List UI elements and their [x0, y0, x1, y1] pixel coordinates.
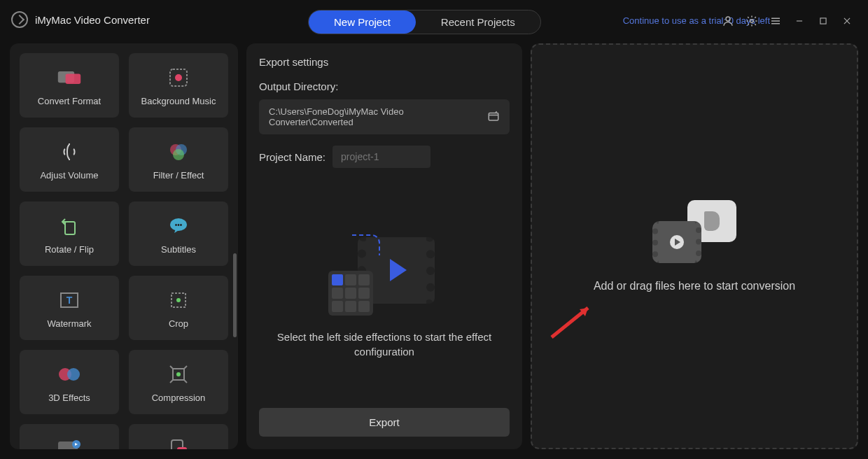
- tab-recent-projects[interactable]: Recent Projects: [416, 10, 540, 34]
- output-directory-label: Output Directory:: [259, 80, 510, 92]
- tool-label: 3D Effects: [48, 393, 90, 403]
- svg-rect-30: [177, 447, 187, 450]
- close-icon[interactable]: [840, 14, 854, 28]
- tab-new-project[interactable]: New Project: [309, 10, 416, 34]
- tool-label: Crop: [169, 318, 188, 329]
- svg-rect-16: [65, 222, 75, 234]
- maximize-icon[interactable]: [816, 14, 830, 28]
- 3d-icon: [57, 362, 82, 387]
- music-icon: [166, 65, 191, 90]
- tool-filter[interactable]: Filter / Effect: [129, 127, 228, 192]
- tool-label: Rotate / Flip: [45, 244, 94, 255]
- tool-label: Compression: [152, 393, 206, 403]
- id3-icon: [57, 436, 82, 450]
- svg-point-1: [750, 20, 754, 23]
- svg-rect-6: [820, 18, 826, 24]
- red-arrow-annotation-icon: [546, 301, 602, 343]
- tool-id3[interactable]: ID3: [20, 424, 119, 449]
- drop-hint-text: Add or drag files here to start conversi…: [594, 280, 795, 292]
- project-name-input[interactable]: [332, 146, 430, 168]
- header-icons: [721, 14, 854, 28]
- tool-screenshot[interactable]: Screenshot: [129, 424, 228, 449]
- tool-subtitles[interactable]: •••Subtitles: [129, 202, 228, 266]
- preview-area: Select the left side effections to start…: [259, 182, 510, 408]
- project-name-row: Project Name:: [259, 146, 510, 168]
- tool-label: Subtitles: [161, 244, 196, 255]
- filter-icon: [166, 139, 191, 164]
- user-icon[interactable]: [721, 14, 735, 28]
- svg-point-24: [67, 368, 80, 381]
- export-button[interactable]: Export: [259, 408, 510, 437]
- svg-point-26: [176, 372, 181, 376]
- svg-point-15: [173, 149, 184, 160]
- tools-sidebar: Convert FormatBackground MusicAdjust Vol…: [10, 43, 238, 449]
- svg-rect-10: [66, 73, 81, 83]
- crop-icon: [166, 288, 191, 313]
- export-settings-title: Export settings: [259, 56, 510, 68]
- tool-volume[interactable]: Adjust Volume: [20, 127, 119, 192]
- tool-3d[interactable]: 3D Effects: [20, 350, 119, 414]
- titlebar: iMyMac Video Converter New Project Recen…: [0, 0, 868, 39]
- output-directory-field[interactable]: C:\Users\FoneDog\iMyMac Video Converter\…: [259, 99, 510, 134]
- tool-crop[interactable]: Crop: [129, 276, 228, 340]
- scrollbar-thumb[interactable]: [233, 253, 237, 337]
- file-drop-zone[interactable]: Add or drag files here to start conversi…: [531, 43, 858, 449]
- tool-watermark[interactable]: TWatermark: [20, 276, 119, 340]
- tool-label: Filter / Effect: [153, 170, 204, 181]
- tab-group: New Project Recent Projects: [308, 10, 541, 34]
- tool-label: Watermark: [47, 318, 91, 329]
- svg-point-12: [175, 74, 182, 81]
- project-name-label: Project Name:: [259, 151, 326, 163]
- minimize-icon[interactable]: [792, 14, 806, 28]
- svg-point-22: [176, 298, 181, 302]
- drop-graphic-icon: [652, 200, 736, 263]
- config-hint-text: Select the left side effections to start…: [259, 330, 510, 359]
- tool-compress[interactable]: Compression: [129, 350, 228, 414]
- svg-text:T: T: [66, 295, 73, 306]
- svg-text:•••: •••: [175, 221, 183, 229]
- tool-label: Adjust Volume: [40, 170, 98, 181]
- tool-convert[interactable]: Convert Format: [20, 53, 119, 118]
- svg-rect-31: [489, 113, 498, 120]
- tool-label: Convert Format: [38, 96, 101, 106]
- main-layout: Convert FormatBackground MusicAdjust Vol…: [0, 39, 868, 459]
- watermark-icon: T: [57, 288, 82, 313]
- tool-label: Background Music: [141, 96, 216, 106]
- tool-music[interactable]: Background Music: [129, 53, 228, 118]
- tool-rotate[interactable]: Rotate / Flip: [20, 202, 119, 266]
- folder-open-icon[interactable]: [487, 110, 500, 125]
- app-title: iMyMac Video Converter: [35, 14, 150, 26]
- compress-icon: [166, 362, 191, 387]
- export-panel: Export settings Output Directory: C:\Use…: [246, 43, 522, 449]
- volume-icon: [57, 139, 82, 164]
- convert-icon: [57, 65, 82, 90]
- rotate-icon: [57, 213, 82, 239]
- screenshot-icon: [166, 436, 191, 450]
- app-logo-icon: [11, 11, 28, 28]
- subtitles-icon: •••: [166, 213, 191, 239]
- output-directory-value: C:\Users\FoneDog\iMyMac Video Converter\…: [269, 106, 487, 127]
- svg-point-0: [726, 17, 730, 21]
- hamburger-icon[interactable]: [769, 14, 783, 28]
- gear-icon[interactable]: [745, 14, 759, 28]
- config-graphic-icon: [328, 232, 440, 316]
